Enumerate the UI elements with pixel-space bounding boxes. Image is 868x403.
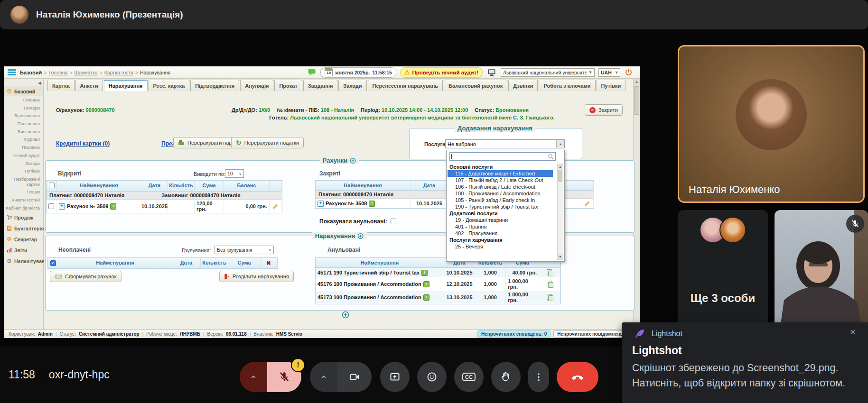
service-option[interactable]: 106 - Пізній виїзд / Late check-out <box>448 183 553 190</box>
service-option[interactable]: 401 - Прання <box>448 223 553 230</box>
combo-toggle-icon[interactable]: ▲ <box>556 140 564 148</box>
chat-bubble-icon[interactable] <box>307 68 317 77</box>
info-icon[interactable]: i <box>421 270 428 276</box>
select-all-checkbox[interactable]: ✓ <box>50 260 56 266</box>
tab-zakhody[interactable]: Заходи <box>338 80 366 91</box>
tab-putivky[interactable]: Путівки <box>597 80 626 91</box>
tab-kartka[interactable]: Картка <box>47 80 75 91</box>
service-option[interactable]: 25 - Вечеря <box>448 243 553 250</box>
night-audit-warning[interactable]: ⚠ Проведіть нічний аудит! <box>400 67 483 78</box>
sidebar-item-poshuk[interactable]: Пошук <box>4 188 43 196</box>
scroll-up-icon[interactable]: ▲ <box>634 79 640 85</box>
close-button[interactable]: × Закрити <box>585 104 623 116</box>
tab-ankety[interactable]: Анкети <box>75 80 103 91</box>
service-combobox[interactable]: Не вибрано ▲ <box>445 139 565 148</box>
sidebar-item-holovna[interactable]: Головна <box>4 96 43 104</box>
make-invoice-button[interactable]: Сформувати рахунок <box>50 271 121 282</box>
tab-anuliatsia[interactable]: Ануляція <box>240 80 273 91</box>
expand-icon[interactable]: + <box>59 203 65 210</box>
end-call-button[interactable] <box>557 362 598 392</box>
invoice-name-cell[interactable]: + Рахунок № 3509 i <box>57 200 141 213</box>
service-option[interactable]: 100 - Проживання / Accommodation <box>448 190 553 197</box>
credit-cards-link[interactable]: Кредитні картки (0) <box>56 140 110 147</box>
hotel-select[interactable]: Львівський національний університет вете… <box>501 68 595 77</box>
edit-cell[interactable] <box>270 200 282 213</box>
edit-pencil-icon[interactable] <box>584 201 590 207</box>
add-charge-icon[interactable] <box>357 233 364 239</box>
sidebar-item-putivky[interactable]: Путівки <box>4 167 43 175</box>
dropdown-scrollbar[interactable]: ▲ ▼ <box>557 164 563 260</box>
workstation-icon[interactable] <box>486 68 497 77</box>
sidebar-group-zvity[interactable]: Звіти <box>4 245 43 256</box>
sidebar-group-prodazh[interactable]: Продаж <box>4 212 43 223</box>
service-option[interactable]: 19 - Домашні тварини <box>448 217 553 223</box>
participant-video-tile[interactable] <box>775 210 868 334</box>
copy-icon[interactable] <box>547 269 553 276</box>
date-time-widget[interactable]: 10 жовтня 2025р. 11:58:15 <box>320 67 396 78</box>
sidebar-group-buhgalteria[interactable]: Бухгалтерія <box>4 223 43 234</box>
scroll-thumb[interactable] <box>634 86 639 115</box>
expand-icon[interactable]: + <box>317 201 324 207</box>
sidebar-item-poselennia[interactable]: Поселення <box>4 120 43 128</box>
copy-icon[interactable] <box>547 294 553 301</box>
tab-kliuchi[interactable]: Робота з ключами <box>539 80 595 91</box>
tab-narakhuvannia[interactable]: Нарахування <box>104 80 148 91</box>
camera-button[interactable] <box>337 362 372 392</box>
tab-reyes-kartka[interactable]: Реєс. картка <box>149 80 190 91</box>
present-screen-button[interactable] <box>380 362 410 392</box>
show-cancelled-checkbox[interactable] <box>391 219 396 224</box>
mic-options-button[interactable] <box>240 362 267 392</box>
breadcrumb-link[interactable]: Головна <box>49 70 68 75</box>
notifications-badge[interactable]: Непрочитаних сповіщень: 0 <box>477 330 551 338</box>
breadcrumb-link[interactable]: Картка гостя <box>104 70 133 75</box>
mic-mute-button[interactable]: ! <box>267 362 301 392</box>
sidebar-item-kartky[interactable]: Незбережені картки <box>4 175 43 188</box>
dropdown-search-input[interactable] <box>449 152 556 161</box>
copy-cell[interactable] <box>539 291 560 304</box>
sidebar-item-kabinet[interactable]: Кабінет броніста <box>4 204 43 212</box>
delete-icon[interactable]: ✖ <box>266 260 271 266</box>
tab-prokat[interactable]: Прокат <box>274 80 302 91</box>
sidebar-item-vyselennia[interactable]: Виселення <box>4 128 43 136</box>
tab-balansovyi[interactable]: Балансовий рахунок <box>444 80 507 91</box>
grouping-select[interactable]: Без групування∨ <box>215 246 274 254</box>
captions-button[interactable]: CC <box>454 362 484 392</box>
recalc-taxes-button[interactable]: ↻ Перерахувати податки <box>231 137 304 148</box>
service-option[interactable]: 190 - Туристичний збір / Tourist tax <box>448 203 553 210</box>
copy-icon[interactable] <box>547 281 553 287</box>
tab-dzvinky[interactable]: Дзвінки <box>508 80 538 91</box>
add-more-icon[interactable] <box>342 311 349 319</box>
camera-options-button[interactable] <box>310 362 337 392</box>
select-all-checkbox[interactable] <box>49 183 55 188</box>
more-participants-tile[interactable]: Ще 3 особи <box>678 210 768 326</box>
service-option[interactable]: 107 - Пізніій виїзд 2 / Late Check-Out <box>448 177 553 183</box>
delete-column-header[interactable]: ✖ <box>261 258 277 269</box>
info-icon[interactable]: i <box>423 281 429 287</box>
sidebar-item-pokoivky[interactable]: Покоївки <box>4 144 43 152</box>
sidebar-item-broniuvannia[interactable]: Бронювання <box>4 112 43 120</box>
more-options-button[interactable]: ⋮ <box>528 362 549 392</box>
info-icon[interactable]: i <box>110 203 116 210</box>
invoice-name-cell[interactable]: + Рахунок № 3508 i <box>316 199 411 208</box>
lightshot-notification[interactable]: Lightshot × Lightshot Скрішнот збережено… <box>622 322 868 403</box>
sidebar-item-zakhody[interactable]: Заходи <box>4 160 43 168</box>
breadcrumb-link[interactable]: Шахматка <box>75 70 98 75</box>
copy-cell[interactable] <box>539 268 560 277</box>
sidebar-collapse-icon[interactable]: ◀ <box>38 81 41 85</box>
service-option[interactable]: 402 - Прасування <box>448 230 553 237</box>
toast-close-icon[interactable]: × <box>850 326 856 338</box>
info-icon[interactable]: i <box>369 201 375 207</box>
sidebar-group-nalashtuvannia[interactable]: Налаштував <box>4 256 43 266</box>
tab-zavdannia[interactable]: Завдання <box>303 80 338 91</box>
logout-power-icon[interactable] <box>624 68 633 77</box>
row-checkbox[interactable] <box>48 203 54 209</box>
tab-perenesennia[interactable]: Перенесення нарахувань <box>368 80 443 91</box>
breadcrumb-root[interactable]: Базовий <box>20 70 42 75</box>
sidebar-group-bazovyi[interactable]: Базовий <box>4 86 43 96</box>
tab-pidtverdzhennia[interactable]: Підтвердження <box>190 80 239 91</box>
currency-select[interactable]: UAH ∨ <box>598 68 620 77</box>
add-invoice-icon[interactable] <box>349 157 356 164</box>
edit-pencil-icon[interactable] <box>272 203 279 210</box>
sidebar-item-zhurnal[interactable]: Журнал <box>4 136 43 144</box>
split-charge-button[interactable]: Розділити нарахування <box>219 271 294 282</box>
